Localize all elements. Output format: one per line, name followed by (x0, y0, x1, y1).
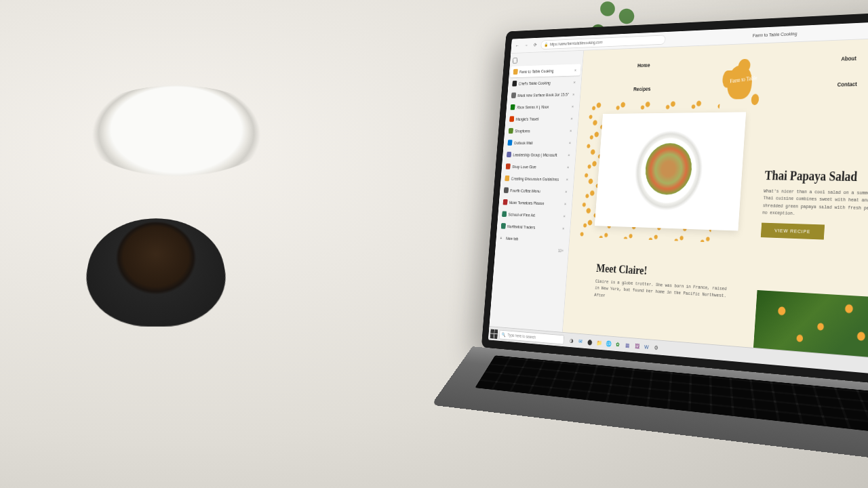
nav-recipes[interactable]: Recipes (633, 86, 651, 92)
tab-close-button[interactable]: × (564, 188, 569, 195)
site-logo[interactable]: Farm to Table (720, 58, 762, 108)
tab-close-button[interactable]: × (573, 67, 578, 73)
lock-icon: 🔒 (544, 42, 549, 47)
screen-bezel: ← → ⟳ 🔒 https://www.farmtotablecooking.c… (481, 10, 868, 387)
tab-favicon (509, 116, 514, 121)
tab-favicon (510, 104, 515, 110)
vertical-tab[interactable]: Outlook Mail × (505, 137, 575, 148)
vertical-tab[interactable]: More Tomatoes Please × (500, 197, 571, 210)
taskbar-app-icon[interactable]: 🖼 (633, 341, 642, 351)
tab-close-button[interactable]: × (561, 225, 566, 231)
recipe-description: What's nicer than a cool salad on a summ… (762, 188, 868, 220)
tab-label: More Tomatoes Please (509, 200, 561, 207)
nav-about[interactable]: About (841, 55, 856, 62)
tab-label: Meet new Surface Book 3or 15.5" (517, 92, 570, 98)
tab-favicon (513, 69, 518, 75)
vertical-tab[interactable]: Meet new Surface Book 3or 15.5" × (509, 88, 579, 101)
vertical-tab[interactable]: Shop Love Give × (502, 161, 574, 173)
featured-recipe: Thai Papaya Salad What's nicer than a co… (761, 168, 868, 242)
taskbar-search[interactable]: 🔍 Type here to search (499, 329, 564, 344)
tab-favicon (507, 152, 511, 157)
webpage-content: Home Recipes Farm to Table About Contact (563, 37, 868, 361)
tab-label: Fourth Coffee Menu (510, 188, 562, 194)
refresh-icon: ⟳ (533, 43, 536, 48)
address-bar[interactable]: 🔒 https://www.farmtotablecooking.com (540, 35, 666, 49)
plate-prop (59, 85, 294, 176)
tab-close-button[interactable]: × (561, 213, 567, 219)
tab-favicon (505, 176, 509, 181)
tab-favicon (511, 92, 516, 98)
vertical-tab[interactable]: Farm to Table Cooking × (510, 64, 580, 77)
meet-section: Meet Claire! Claire is a globe trotter. … (594, 262, 730, 307)
tab-favicon (507, 140, 512, 145)
tab-close-button[interactable]: × (566, 152, 572, 158)
taskbar-app-icon[interactable]: ⚙ (652, 342, 660, 353)
laptop: ← → ⟳ 🔒 https://www.farmtotablecooking.c… (475, 10, 868, 483)
taskbar-app-icon[interactable]: ✉ (576, 336, 585, 346)
vertical-tab[interactable]: Xbox Series X | Xbox × (507, 100, 578, 113)
nav-contact[interactable]: Contact (837, 81, 857, 87)
taskbar-app-icon[interactable]: ▦ (623, 340, 632, 350)
nav-home[interactable]: Home (637, 62, 650, 68)
new-tab-label: New tab (506, 235, 519, 241)
taskbar-app-icon[interactable]: ✿ (614, 339, 623, 349)
window-title: Farm to Table Cooking (669, 26, 868, 41)
tab-favicon (509, 128, 513, 134)
taskbar-app-icon[interactable]: 📁 (595, 338, 604, 348)
hero-image (595, 112, 746, 230)
back-button[interactable]: ← (514, 42, 521, 50)
meet-description: Claire is a globe trotter. She was born … (594, 279, 729, 308)
tab-close-button[interactable]: × (569, 115, 574, 121)
taskbar-app-icon[interactable]: ◑ (568, 336, 576, 346)
vertical-tab[interactable]: Margie's Travel × (507, 113, 577, 125)
tab-close-button[interactable]: × (571, 91, 576, 97)
tab-label: Chef's Table Cooking (518, 79, 570, 86)
tab-label: Leadership Group | Microsoft (513, 152, 565, 157)
taskbar-app-icon[interactable]: 🌐 (604, 338, 613, 348)
tab-label: Xbox Series X | Xbox (517, 104, 569, 110)
taskbar-app-icon[interactable]: W (642, 342, 651, 352)
tab-label: Margie's Travel (515, 116, 568, 121)
tab-favicon (512, 81, 517, 86)
search-placeholder: Type here to search (507, 333, 536, 340)
tab-close-button[interactable]: × (570, 103, 576, 109)
tab-label: School of Fine Art (508, 211, 560, 218)
vertical-tab[interactable]: Shoptoms × (505, 125, 576, 136)
tab-label: Shop Love Give (512, 164, 564, 169)
tab-close-button[interactable]: × (568, 127, 574, 134)
tab-label: Shoptoms (515, 128, 567, 134)
recipe-title: Thai Papaya Salad (764, 168, 868, 184)
taskbar-app-icon[interactable]: ⬤ (586, 337, 594, 347)
tab-favicon (501, 223, 506, 229)
vertical-tab[interactable]: Chef's Table Cooking × (509, 76, 580, 89)
plus-icon: + (498, 235, 503, 241)
tab-close-button[interactable]: × (564, 176, 570, 182)
screen: ← → ⟳ 🔒 https://www.farmtotablecooking.c… (488, 20, 868, 376)
forward-button[interactable]: → (523, 41, 530, 49)
tab-label: Northwind Traders (507, 224, 559, 230)
tab-close-button[interactable]: × (566, 164, 571, 170)
tab-label: Creating Discussion Guidelines (511, 176, 563, 182)
refresh-button[interactable]: ⟳ (532, 41, 538, 49)
tab-label: Outlook Mail (514, 140, 566, 146)
tab-label: Farm to Table Cooking (519, 67, 572, 74)
start-button[interactable] (490, 329, 498, 338)
tab-favicon (502, 211, 507, 217)
vertical-tab[interactable]: Leadership Group | Microsoft × (504, 149, 575, 161)
vertical-tab[interactable]: Creating Discussion Guidelines × (502, 173, 573, 186)
tab-favicon (504, 187, 509, 193)
tabs-icon (513, 58, 517, 63)
tab-favicon (506, 163, 511, 169)
vertical-tab[interactable]: Fourth Coffee Menu × (501, 184, 572, 197)
coffee-cup-prop (76, 218, 235, 326)
back-icon: ← (515, 43, 519, 49)
tab-close-button[interactable]: × (568, 140, 573, 146)
view-recipe-button[interactable]: VIEW RECIPE (761, 223, 825, 240)
tab-close-button[interactable]: × (572, 79, 577, 85)
tab-favicon (502, 199, 507, 205)
url-text: https://www.farmtotablecooking.com (550, 40, 603, 46)
search-icon: 🔍 (501, 332, 506, 337)
tab-close-button[interactable]: × (563, 201, 568, 207)
forward-icon: → (524, 43, 528, 48)
